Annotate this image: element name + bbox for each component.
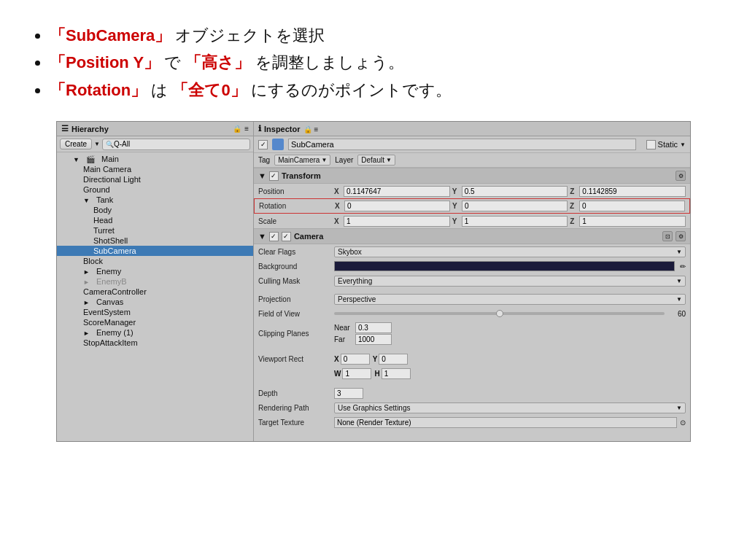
vp-y-label: Y [373,355,378,363]
transform-settings-icon[interactable]: ⚙ [676,171,686,181]
scale-z-input[interactable] [579,216,686,227]
rendering-path-arrow: ▼ [676,405,682,411]
transform-title: Transform [282,171,321,180]
tree-item-subcamera[interactable]: SubCamera [57,246,253,256]
near-input[interactable] [355,322,392,333]
clipping-label: Clipping Planes [258,330,331,338]
tree-item-head[interactable]: Head [57,215,253,225]
tree-label-shotshell: ShotShell [90,236,128,245]
hierarchy-toolbar[interactable]: Create ▼ 🔍 [57,136,253,152]
clipping-sub: Near Far [334,322,392,345]
tree-item-block[interactable]: Block [57,256,253,266]
background-row: Background ✏ [254,259,690,273]
tree-item-event-system[interactable]: EventSystem [57,307,253,317]
tree-item-score-manager[interactable]: ScoreManager [57,317,253,327]
rotation-x-label: X [335,202,342,210]
scale-label: Scale [258,217,331,225]
rotation-y-input[interactable] [462,201,568,211]
object-icon [272,139,284,150]
inspector-header-icons: 🔒 ≡ [303,125,319,133]
projection-dropdown[interactable]: Perspective ▼ [334,294,686,305]
tree-item-canvas[interactable]: ► Canvas [57,297,253,307]
tag-layer-row: Tag MainCamera ▼ Layer Default ▼ [254,153,690,168]
camera-title: Camera [294,232,323,241]
rendering-path-label: Rendering Path [258,404,331,412]
camera-settings-icon[interactable]: ⚙ [676,231,686,241]
tree-item-enemyb[interactable]: ► EnemyB [57,276,253,287]
vp-h-input[interactable] [382,368,411,379]
viewport-section: Viewport Rect X Y W H [254,350,690,382]
rotation-x-input[interactable] [344,201,450,211]
vp-w-field: W [334,368,371,379]
rendering-path-dropdown[interactable]: Use Graphics Settings ▼ [334,402,686,413]
tree-item-shotshell[interactable]: ShotShell [57,236,253,246]
rotation-label: Rotation [259,202,332,210]
target-texture-icon[interactable]: ⊙ [680,419,686,427]
tree-item-dir-light[interactable]: Directional Light [57,174,253,184]
create-arrow: ▼ [94,141,100,147]
tree-label-enemy: Enemy [93,267,121,276]
static-arrow: ▼ [680,141,686,148]
rotation-z-input[interactable] [579,201,685,211]
camera-icons: ⊡ ⚙ [662,231,686,241]
layer-dropdown[interactable]: Default ▼ [357,155,395,166]
depth-input[interactable] [334,388,363,399]
projection-row: Projection Perspective ▼ [254,292,690,306]
position-row: Position X Y Z [254,184,690,198]
tree-item-main-camera[interactable]: Main Camera [57,164,253,174]
tree-item-enemy[interactable]: ► Enemy [57,266,253,276]
search-box[interactable]: 🔍 [102,139,250,150]
transform-checkbox[interactable] [269,171,279,181]
unity-ui: ☰ Hierarchy 🔒 ≡ Create ▼ 🔍 ▼ 🎬 Main Ma [56,121,691,442]
clear-flags-dropdown[interactable]: Skybox ▼ [334,246,686,257]
tree-item-body[interactable]: Body [57,205,253,215]
culling-mask-dropdown[interactable]: Everything ▼ [334,276,686,287]
transform-header[interactable]: ▼ Transform ⚙ [254,168,690,184]
culling-mask-row: Culling Mask Everything ▼ [254,273,690,288]
background-color[interactable] [334,261,675,271]
layer-value: Default [361,156,384,164]
camera-header[interactable]: ▼ Camera ⊡ ⚙ [254,228,690,244]
layer-label: Layer [335,156,353,164]
active-checkbox[interactable] [258,140,268,149]
tree-item-stop-attack[interactable]: StopAttackItem [57,338,253,348]
fov-slider[interactable] [334,312,665,315]
scale-x-input[interactable] [344,216,450,227]
scale-y-input[interactable] [462,216,568,227]
camera-checkbox[interactable] [269,232,279,241]
vp-x-input[interactable] [341,354,370,365]
culling-mask-value: Everything [338,277,372,285]
camera-ref-icon[interactable]: ⊡ [662,231,673,241]
tag-label: Tag [258,156,270,164]
position-x-input[interactable] [344,186,450,197]
tree-label-main: Main [98,155,119,163]
tree-item-ground[interactable]: Ground [57,184,253,195]
position-z-input[interactable] [579,186,686,197]
inspector-lock-icon: 🔒 [303,125,312,133]
tree-item-turret[interactable]: Turret [57,225,253,236]
vp-w-input[interactable] [342,368,371,379]
background-edit-icon[interactable]: ✏ [680,262,686,271]
fov-value: 60 [667,310,686,318]
position-y-input[interactable] [462,186,568,197]
tag-dropdown[interactable]: MainCamera ▼ [274,155,330,166]
camera-active-checkbox[interactable] [282,232,291,241]
depth-row: Depth [254,386,690,400]
object-name-input[interactable] [288,139,636,150]
position-label: Position [258,187,331,195]
vp-y-input[interactable] [379,354,408,365]
search-input[interactable] [114,140,247,148]
fov-row: Field of View 60 [254,306,690,321]
tree-item-enemy1[interactable]: ► Enemy (1) [57,327,253,338]
create-button[interactable]: Create [60,139,92,149]
near-row: Near [334,322,392,333]
static-checkbox[interactable] [646,140,656,149]
static-label: Static [658,140,678,149]
scale-x-label: X [334,217,341,225]
target-texture-input[interactable] [334,417,677,428]
tree-item-camera-controller[interactable]: CameraController [57,287,253,297]
tree-item-main[interactable]: ▼ 🎬 Main [57,154,253,164]
vp-w-label: W [334,370,341,378]
far-input[interactable] [355,334,392,345]
tree-item-tank[interactable]: ▼ Tank [57,195,253,205]
